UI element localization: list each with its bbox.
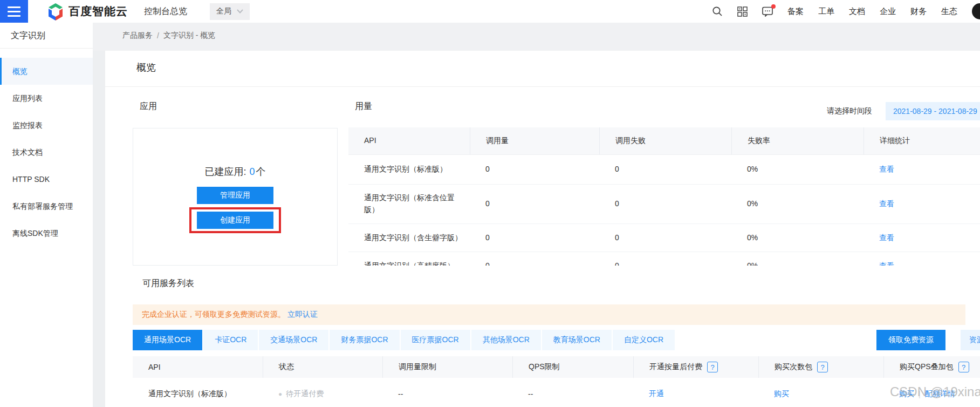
tab-traffic-ocr[interactable]: 交通场景OCR <box>259 330 328 350</box>
help-icon[interactable]: ? <box>958 362 969 372</box>
services-table: API 状态 调用量限制 QPS限制 开通按量后付费 ? 购买次数包 ? 购买Q… <box>133 356 980 407</box>
sidebar-title: 文字识别 <box>0 23 93 49</box>
svc-api-name: 通用文字识别（标准版） <box>133 378 263 407</box>
view-detail-link[interactable]: 查看 <box>879 164 894 175</box>
page-title: 概览 <box>136 61 156 74</box>
brand-logo[interactable]: 百度智能云 <box>47 3 128 21</box>
usage-row: 通用文字识别（含生僻字版） 0 0 0% 查看 <box>348 224 980 252</box>
sidebar-item-private-deploy[interactable]: 私有部署服务管理 <box>0 193 93 220</box>
region-value: 全局 <box>216 6 231 16</box>
tab-finance-ocr[interactable]: 财务票据OCR <box>330 330 399 350</box>
svc-col-quota-limit: 调用量限制 <box>382 356 512 378</box>
notice-text: 完成企业认证，可领取更多免费测试资源。 <box>142 310 285 320</box>
nav-item-shengtai[interactable]: 生态 <box>941 6 957 17</box>
view-detail-link[interactable]: 查看 <box>879 260 894 266</box>
nav-item-qiye[interactable]: 企业 <box>880 6 896 17</box>
usage-failed-value: 0 <box>599 185 731 223</box>
resource-list-button[interactable]: 资源列表 <box>961 330 980 350</box>
sidebar-item-tech-docs[interactable]: 技术文档 <box>0 139 93 166</box>
sidebar-menu: 概览 应用列表 监控报表 技术文档 HTTP SDK 私有部署服务管理 离线SD… <box>0 58 93 247</box>
view-detail-link[interactable]: 查看 <box>879 198 894 210</box>
services-table-header: API 状态 调用量限制 QPS限制 开通按量后付费 ? 购买次数包 ? 购买Q… <box>133 356 980 378</box>
tab-custom-ocr[interactable]: 自定义OCR <box>613 330 675 350</box>
breadcrumb-separator: / <box>157 31 159 40</box>
message-icon[interactable] <box>762 6 773 17</box>
apps-grid-icon[interactable] <box>737 6 748 17</box>
svc-col-api: API <box>133 356 263 378</box>
usage-row: 通用文字识别（标准版） 0 0 0% 查看 <box>348 155 980 185</box>
sidebar-item-offline-sdk[interactable]: 离线SDK管理 <box>0 220 93 247</box>
services-section-heading: 可用服务列表 <box>142 278 194 289</box>
usage-calls-value: 0 <box>470 224 599 252</box>
nav-item-wendang[interactable]: 文档 <box>849 6 865 17</box>
sidebar-item-overview[interactable]: 概览 <box>0 58 93 85</box>
date-range-picker[interactable]: 2021-08-29 - 2021-08-29 <box>886 102 980 120</box>
tab-other-ocr[interactable]: 其他场景OCR <box>471 330 541 350</box>
chevron-down-icon <box>237 9 243 13</box>
usage-api-name: 通用文字识别（标准含位置版） <box>364 192 464 215</box>
usage-fail-rate-value: 0% <box>731 185 864 223</box>
tab-card-ocr[interactable]: 卡证OCR <box>203 330 258 350</box>
help-icon[interactable]: ? <box>817 362 828 372</box>
create-app-button[interactable]: 创建应用 <box>197 212 273 229</box>
claim-free-resources-button[interactable]: 领取免费资源 <box>876 330 945 350</box>
buy-qps-package-link[interactable]: 购买 <box>899 389 914 399</box>
usage-table-header: API 调用量 调用失败 失败率 详细统计 <box>348 127 980 155</box>
breadcrumb-root[interactable]: 产品服务 <box>122 31 153 40</box>
svc-col-status: 状态 <box>263 356 382 378</box>
svc-col-buy-package: 购买次数包 <box>775 362 812 372</box>
sidebar-item-monitor-report[interactable]: 监控报表 <box>0 112 93 139</box>
open-postpaid-link[interactable]: 开通 <box>649 389 664 399</box>
usage-col-api: API <box>348 127 470 154</box>
usage-row: 通用文字识别（高精度版） 0 0 0% 查看 <box>348 252 980 266</box>
svc-col-buy-qps-package: 购买QPS叠加包 <box>900 362 954 372</box>
svc-qps-value: -- <box>512 378 633 407</box>
usage-fail-rate-value: 0% <box>731 155 864 184</box>
avatar[interactable] <box>972 3 980 19</box>
usage-api-name: 通用文字识别（标准版） <box>364 164 447 175</box>
quota-detail-link[interactable]: 配额详情 <box>925 389 955 399</box>
tab-general-ocr[interactable]: 通用场景OCR <box>133 330 202 350</box>
status-dot-icon: ● <box>278 390 282 398</box>
nav-item-beian[interactable]: 备案 <box>787 6 804 17</box>
topbar-right-group: 备案 工单 文档 企业 财务 生态 <box>712 3 980 19</box>
svc-col-qps-limit: QPS限制 <box>512 356 633 378</box>
usage-fail-rate-value: 0% <box>731 224 864 252</box>
usage-api-name: 通用文字识别（高精度版） <box>364 260 455 266</box>
region-selector[interactable]: 全局 <box>210 3 250 20</box>
search-icon[interactable] <box>712 6 723 17</box>
hamburger-menu-icon[interactable] <box>0 0 28 23</box>
app-section-heading: 应用 <box>140 101 157 112</box>
help-icon[interactable]: ? <box>707 362 718 372</box>
baidu-cloud-cube-icon <box>47 3 64 21</box>
main-panel: 概览 应用 用量 已建应用:0个 管理应用 创建应用 请选择时间段 2021-0… <box>105 51 980 407</box>
usage-fail-rate-value: 0% <box>731 252 864 266</box>
usage-calls-value: 0 <box>470 252 599 266</box>
created-apps-unit: 个 <box>256 166 266 177</box>
tab-medical-ocr[interactable]: 医疗票据OCR <box>401 330 470 350</box>
time-range-label: 请选择时间段 <box>827 106 872 116</box>
usage-failed-value: 0 <box>599 252 731 266</box>
status-badge: 待开通付费 <box>286 389 324 399</box>
nav-item-caiwu[interactable]: 财务 <box>910 6 927 17</box>
title-divider <box>105 86 980 87</box>
created-apps-count: 0 <box>250 166 255 177</box>
console-overview-link[interactable]: 控制台总览 <box>144 6 187 17</box>
usage-col-fail-rate: 失败率 <box>731 127 864 154</box>
buy-package-link[interactable]: 购买 <box>774 389 789 399</box>
certification-notice-banner: 完成企业认证，可领取更多免费测试资源。 立即认证 <box>133 304 965 325</box>
usage-col-detail: 详细统计 <box>864 127 980 154</box>
nav-item-gongdan[interactable]: 工单 <box>818 6 834 17</box>
view-detail-link[interactable]: 查看 <box>879 232 894 244</box>
topbar: 百度智能云 控制台总览 全局 备案 工单 文档 企业 财务 生态 <box>0 0 980 23</box>
tab-education-ocr[interactable]: 教育场景OCR <box>542 330 612 350</box>
sidebar: 文字识别 概览 应用列表 监控报表 技术文档 HTTP SDK 私有部署服务管理… <box>0 23 93 407</box>
breadcrumb-current: 文字识别 - 概览 <box>163 31 215 40</box>
sidebar-item-app-list[interactable]: 应用列表 <box>0 85 93 112</box>
usage-col-failed: 调用失败 <box>599 127 731 154</box>
created-apps-line: 已建应用:0个 <box>204 165 265 178</box>
sidebar-item-http-sdk[interactable]: HTTP SDK <box>0 166 93 193</box>
svc-quota-value: -- <box>382 378 512 407</box>
certify-now-link[interactable]: 立即认证 <box>287 310 318 320</box>
manage-app-button[interactable]: 管理应用 <box>197 187 273 204</box>
